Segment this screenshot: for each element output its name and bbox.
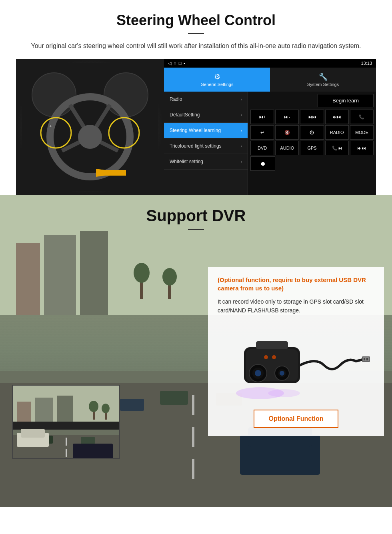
- menu-item-default-setting[interactable]: DefaultSetting ›: [164, 107, 248, 123]
- dvr-preview-window: [12, 385, 120, 459]
- dvr-divider: [188, 229, 204, 230]
- steering-wheel-section: Steering Wheel Control Your original car…: [0, 0, 392, 195]
- svg-point-8: [78, 125, 102, 149]
- svg-rect-36: [35, 398, 53, 422]
- android-ui-panel: ◁ ○ □ ▪ 13:13 ⚙ General Settings 🔧 Syste…: [164, 59, 376, 195]
- menu-whitelist-label: Whitelist setting: [170, 159, 203, 164]
- power-btn[interactable]: ⏻: [300, 125, 324, 140]
- phone-prev-btn[interactable]: 📞⏮: [325, 141, 349, 155]
- steering-wheel-svg: + -: [22, 63, 158, 191]
- subtitle-text: Your original car's steering wheel contr…: [16, 41, 376, 51]
- settings-tabs: ⚙ General Settings 🔧 System Settings: [164, 68, 376, 92]
- menu-radio-arrow: ›: [241, 97, 242, 102]
- menu-item-whitelist[interactable]: Whitelist setting ›: [164, 154, 248, 170]
- control-grid-row1: ⏮+ ⏭- ⏮⏮ ⏭⏭ 📞: [250, 110, 374, 124]
- svg-rect-27: [192, 427, 194, 447]
- steering-control-panel: Begin learn ⏮+ ⏭- ⏮⏮ ⏭⏭ 📞 ↩ 🔇 ⏻: [248, 92, 376, 195]
- tab-system-settings[interactable]: 🔧 System Settings: [270, 68, 376, 92]
- record-btn[interactable]: ⏺: [250, 156, 275, 171]
- android-status-bar: ◁ ○ □ ▪ 13:13: [164, 59, 376, 68]
- svg-point-62: [272, 355, 276, 359]
- svg-rect-37: [57, 396, 73, 422]
- wrench-icon: 🔧: [319, 72, 328, 81]
- svg-point-1: [32, 73, 76, 117]
- dvr-camera-svg: [220, 325, 372, 401]
- menu-item-tricoloured[interactable]: Tricoloured light settings ›: [164, 138, 248, 154]
- menu-content: Radio › DefaultSetting › Steering Wheel …: [164, 92, 376, 195]
- svg-point-21: [134, 263, 150, 283]
- system-settings-label: System Settings: [307, 82, 339, 87]
- general-settings-label: General Settings: [201, 82, 234, 87]
- prev-track-btn[interactable]: ⏮⏮: [300, 110, 324, 124]
- optional-function-button[interactable]: Optional Function: [254, 410, 339, 428]
- svg-point-39: [89, 401, 98, 412]
- svg-rect-49: [21, 429, 45, 438]
- svg-rect-50: [73, 444, 113, 459]
- svg-rect-45: [66, 449, 67, 457]
- svg-rect-17: [16, 243, 40, 315]
- menu-whitelist-arrow: ›: [241, 160, 242, 164]
- svg-point-60: [280, 371, 284, 376]
- begin-learn-button[interactable]: Begin learn: [318, 94, 374, 107]
- phone-btn[interactable]: 📞: [350, 110, 374, 124]
- vol-down-btn[interactable]: ⏭-: [275, 110, 299, 124]
- dvr-optional-text: (Optional function, require to buy exter…: [218, 276, 374, 292]
- dvr-camera-illustration: [218, 323, 374, 403]
- nav-buttons: ◁ ○ □ ▪: [168, 61, 185, 66]
- dvr-title: Support DVR: [0, 207, 392, 225]
- dvd-btn[interactable]: DVD: [250, 141, 274, 155]
- menu-steering-arrow: ›: [241, 128, 242, 133]
- control-grid-row3: DVD AUDIO GPS 📞⏮ ⏭⏭: [250, 141, 374, 155]
- menu-item-radio[interactable]: Radio ›: [164, 92, 248, 107]
- svg-text:-: -: [48, 131, 49, 135]
- menu-tricoloured-label: Tricoloured light settings: [170, 143, 222, 149]
- svg-rect-19: [80, 231, 108, 315]
- dvr-title-area: Support DVR: [0, 195, 392, 238]
- svg-point-68: [268, 389, 300, 397]
- control-grid-row2: ↩ 🔇 ⏻ RADIO MODE: [250, 125, 374, 140]
- svg-rect-53: [256, 341, 288, 349]
- svg-rect-14: [96, 170, 126, 176]
- menu-icon[interactable]: ▪: [184, 61, 185, 66]
- mute-btn[interactable]: 🔇: [275, 125, 299, 140]
- svg-point-41: [102, 404, 110, 413]
- svg-point-23: [162, 268, 177, 286]
- gps-btn[interactable]: GPS: [300, 141, 324, 155]
- back-icon[interactable]: ◁: [168, 61, 171, 66]
- skip-next-btn[interactable]: ⏭⏭: [350, 141, 374, 155]
- dvr-background: Support DVR: [0, 195, 392, 507]
- svg-point-2: [104, 73, 148, 117]
- menu-steering-label: Steering Wheel learning: [170, 128, 221, 133]
- back-call-btn[interactable]: ↩: [250, 125, 274, 140]
- svg-rect-35: [17, 402, 31, 422]
- tab-general-settings[interactable]: ⚙ General Settings: [164, 68, 270, 92]
- svg-rect-29: [160, 391, 188, 405]
- svg-rect-66: [366, 358, 368, 360]
- dvr-description-text: It can record video only to storage in G…: [218, 297, 374, 315]
- menu-default-arrow: ›: [241, 113, 242, 117]
- menu-radio-label: Radio: [170, 96, 182, 102]
- svg-text:+: +: [49, 124, 52, 128]
- radio-btn[interactable]: RADIO: [325, 125, 349, 140]
- svg-rect-47: [81, 437, 95, 444]
- page-title: Steering Wheel Control: [16, 12, 376, 29]
- recents-icon[interactable]: □: [179, 61, 182, 66]
- dvr-preview-svg: [13, 386, 120, 459]
- svg-rect-28: [192, 459, 194, 479]
- next-track-btn[interactable]: ⏭⏭: [325, 110, 349, 124]
- svg-rect-18: [44, 235, 76, 315]
- settings-menu-list: Radio › DefaultSetting › Steering Wheel …: [164, 92, 248, 195]
- home-icon[interactable]: ○: [174, 61, 176, 66]
- menu-item-steering-wheel[interactable]: Steering Wheel learning ›: [164, 123, 248, 138]
- audio-btn[interactable]: AUDIO: [275, 141, 299, 155]
- status-time: 13:13: [361, 61, 372, 66]
- android-screen-wrapper: + - ◁ ○ □ ▪ 13:13: [16, 59, 376, 195]
- dvr-section: Support DVR: [0, 195, 392, 507]
- menu-default-label: DefaultSetting: [170, 112, 200, 118]
- svg-point-61: [264, 355, 268, 359]
- svg-point-57: [255, 370, 261, 376]
- svg-rect-44: [66, 438, 67, 446]
- svg-rect-30: [120, 399, 144, 411]
- mode-btn[interactable]: MODE: [350, 125, 374, 140]
- vol-up-btn[interactable]: ⏮+: [250, 110, 274, 124]
